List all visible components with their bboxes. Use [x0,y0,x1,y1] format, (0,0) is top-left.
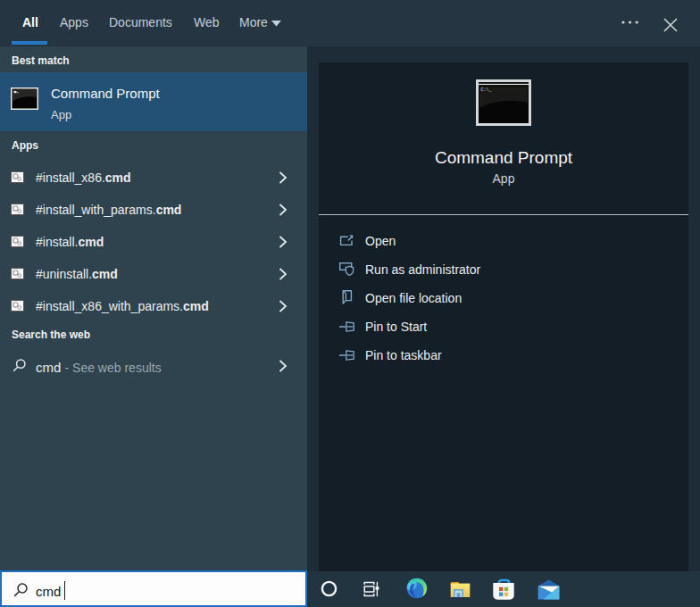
svg-text:C:\_: C:\_ [481,87,493,93]
